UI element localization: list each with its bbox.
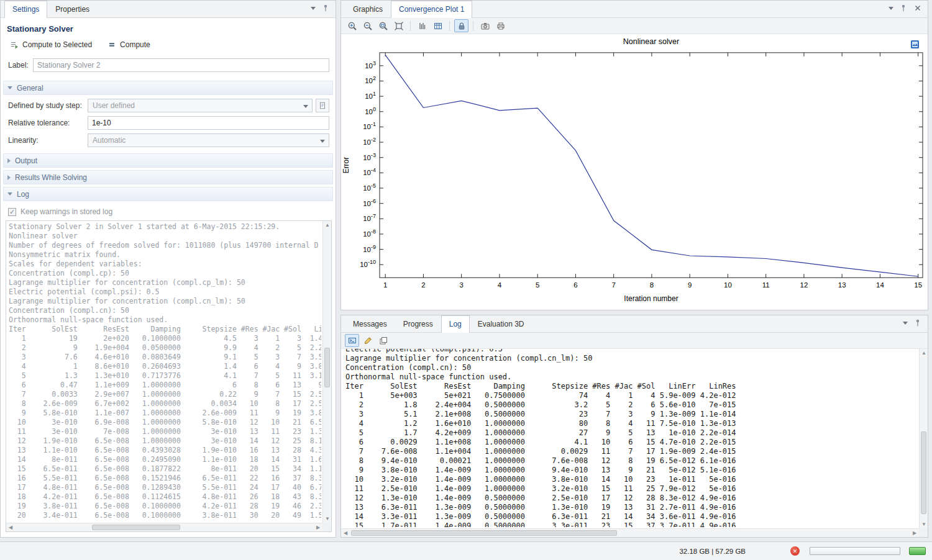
zoom-extents-icon — [394, 21, 404, 31]
section-log-title: Log — [17, 190, 29, 199]
scroll-left-icon[interactable]: ◀ — [6, 523, 15, 531]
svg-text:10-4: 10-4 — [363, 167, 376, 176]
graphics-panel: Graphics Convergence Plot 1 — [340, 0, 928, 310]
scroll-thumb[interactable] — [324, 348, 330, 387]
linearity-label: Linearity: — [8, 136, 88, 145]
log-hscrollbar[interactable]: ◀ ▶ — [341, 528, 919, 537]
toolbar-separator — [473, 21, 473, 31]
log-window: Electric potential (compl.psi): 0.5 Lagr… — [341, 349, 928, 537]
pin-icon[interactable] — [899, 4, 908, 12]
settings-tabbar-controls — [311, 4, 336, 17]
scroll-up-icon[interactable]: ▲ — [323, 221, 332, 229]
scroll-thumb[interactable] — [921, 431, 926, 514]
scroll-down-icon[interactable]: ▼ — [920, 520, 928, 528]
solver-log-text: Stationary Solver 2 in Solver 1 started … — [9, 222, 321, 522]
svg-text:7: 7 — [611, 281, 615, 289]
linearity-select[interactable]: Automatic — [88, 133, 329, 147]
svg-text:10-9: 10-9 — [363, 244, 376, 253]
toolbar-separator — [449, 21, 450, 31]
info-tabbar-controls — [903, 318, 928, 332]
axis-lines-button[interactable] — [415, 19, 429, 32]
pin-icon[interactable] — [913, 318, 922, 327]
compute-button[interactable]: Compute — [104, 38, 153, 51]
tab-graphics[interactable]: Graphics — [345, 1, 391, 17]
solver-log-hscrollbar[interactable]: ◀ ▶ — [6, 523, 322, 531]
section-output-title: Output — [15, 156, 37, 165]
tab-properties[interactable]: Properties — [47, 1, 98, 17]
pin-icon[interactable] — [321, 4, 330, 12]
go-to-study-button[interactable] — [316, 99, 329, 112]
keep-warnings-checkbox[interactable]: ✓ — [8, 208, 16, 216]
label-input[interactable] — [33, 58, 329, 72]
svg-text:13: 13 — [838, 281, 846, 289]
tab-evaluation-3d[interactable]: Evaluation 3D — [470, 315, 532, 332]
scroll-left-icon[interactable]: ◀ — [341, 529, 350, 537]
svg-text:10-8: 10-8 — [363, 228, 376, 238]
relative-tolerance-row: Relative tolerance: — [8, 116, 329, 130]
keep-warnings-row: ✓ Keep warnings in stored log — [8, 207, 329, 216]
defined-by-value: User defined — [93, 101, 135, 110]
settings-tabbar: Settings Properties — [1, 1, 336, 18]
svg-text:12: 12 — [800, 281, 808, 289]
section-results-while-solving-header[interactable]: Results While Solving — [3, 170, 333, 184]
auto-scroll-button[interactable] — [345, 334, 359, 347]
svg-text:8: 8 — [650, 281, 654, 289]
svg-text:1: 1 — [383, 281, 387, 289]
section-general-header[interactable]: General — [3, 81, 333, 95]
svg-text:10-5: 10-5 — [363, 183, 376, 192]
tab-log[interactable]: Log — [441, 315, 470, 333]
panel-menu-chevron-icon[interactable] — [889, 7, 893, 10]
svg-text:2: 2 — [421, 281, 425, 289]
tab-settings[interactable]: Settings — [4, 1, 47, 18]
copy-log-button[interactable] — [376, 334, 390, 347]
zoom-out-button[interactable] — [360, 19, 375, 32]
section-output-header[interactable]: Output — [3, 153, 333, 168]
clear-error-button[interactable]: ✕ — [790, 546, 800, 556]
node-title: Stationary Solver — [7, 24, 336, 34]
defined-by-label: Defined by study step: — [8, 101, 88, 110]
tab-progress[interactable]: Progress — [395, 315, 441, 332]
scroll-down-icon[interactable]: ▼ — [323, 515, 332, 523]
svg-text:14: 14 — [876, 281, 884, 289]
solver-log-vscrollbar[interactable]: ▲ ▼ — [322, 221, 331, 523]
lock-axes-button[interactable] — [454, 19, 468, 32]
defined-by-select[interactable]: User defined — [88, 99, 313, 112]
zoom-extents-button[interactable] — [391, 19, 406, 32]
compute-to-selected-button[interactable]: Compute to Selected — [7, 38, 94, 51]
close-icon[interactable] — [913, 4, 922, 12]
graphics-tabbar: Graphics Convergence Plot 1 — [341, 1, 928, 18]
print-button[interactable] — [493, 19, 508, 32]
label-caption: Label: — [8, 61, 33, 70]
lock-axes-icon — [457, 21, 467, 31]
svg-text:Iteration number: Iteration number — [624, 294, 678, 303]
tab-messages[interactable]: Messages — [345, 315, 395, 332]
expand-arrow-icon — [7, 175, 11, 180]
relative-tolerance-input[interactable] — [88, 116, 329, 130]
snapshot-button[interactable] — [478, 19, 492, 32]
clear-log-button[interactable] — [360, 334, 375, 347]
compute-label: Compute — [120, 40, 150, 49]
panel-menu-chevron-icon[interactable] — [311, 7, 316, 10]
table-button[interactable] — [431, 19, 445, 32]
zoom-box-button[interactable] — [376, 19, 390, 32]
tab-convergence-plot-1[interactable]: Convergence Plot 1 — [391, 1, 472, 18]
compute-icon — [107, 40, 117, 50]
scroll-thumb[interactable] — [92, 525, 180, 530]
scroll-up-icon[interactable]: ▲ — [920, 349, 928, 357]
scroll-thumb[interactable] — [351, 530, 617, 536]
panel-menu-chevron-icon[interactable] — [903, 322, 908, 325]
log-vscrollbar[interactable]: ▲ ▼ — [919, 349, 928, 528]
scroll-right-icon[interactable]: ▶ — [314, 523, 322, 531]
tab-messages-label: Messages — [353, 320, 387, 328]
section-results-title: Results While Solving — [15, 173, 87, 182]
section-log-header[interactable]: Log — [3, 187, 333, 201]
linearity-value: Automatic — [93, 136, 126, 145]
scrollbar-corner — [919, 528, 928, 537]
scroll-right-icon[interactable]: ▶ — [910, 529, 919, 537]
convergence-plot[interactable]: Nonlinear solver10310210110010-110-210-3… — [341, 34, 928, 310]
zoom-in-button[interactable] — [345, 19, 359, 32]
info-panel: Messages Progress Log Evaluation 3D — [340, 315, 928, 538]
memory-indicator-icon — [909, 547, 926, 555]
chevron-down-icon — [320, 140, 325, 143]
clear-log-icon — [363, 336, 373, 346]
